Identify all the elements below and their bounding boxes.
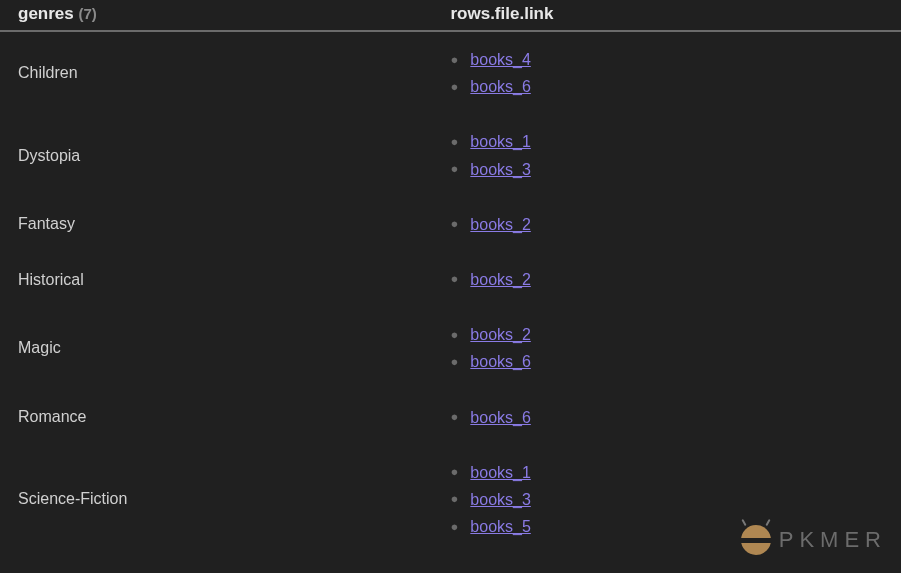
- table-row: Children●books_4●books_6: [0, 31, 901, 114]
- list-item: ●books_2: [450, 211, 883, 238]
- bullet-icon: ●: [450, 351, 458, 373]
- link-list: ●books_2: [450, 211, 883, 238]
- table-row: Dystopia●books_1●books_3: [0, 114, 901, 196]
- links-cell: ●books_2: [432, 252, 901, 307]
- list-item: ●books_4: [450, 46, 883, 73]
- file-link[interactable]: books_6: [470, 348, 531, 375]
- bullet-icon: ●: [450, 76, 458, 98]
- list-item: ●books_2: [450, 266, 883, 293]
- file-link[interactable]: books_3: [470, 486, 531, 513]
- bullet-icon: ●: [450, 131, 458, 153]
- genre-cell: Historical: [0, 252, 432, 307]
- pkmer-logo-icon: [741, 525, 771, 555]
- link-list: ●books_4●books_6: [450, 46, 883, 100]
- genre-cell: Dystopia: [0, 114, 432, 196]
- table-row: Historical●books_2: [0, 252, 901, 307]
- file-link[interactable]: books_1: [470, 459, 531, 486]
- file-link[interactable]: books_5: [470, 513, 531, 540]
- column-header-links: rows.file.link: [432, 0, 901, 31]
- watermark: PKMER: [741, 525, 887, 555]
- genres-table: genres (7) rows.file.link Children●books…: [0, 0, 901, 554]
- file-link[interactable]: books_2: [470, 266, 531, 293]
- bullet-icon: ●: [450, 461, 458, 483]
- file-link[interactable]: books_6: [470, 404, 531, 431]
- table-row: Romance●books_6: [0, 390, 901, 445]
- file-link[interactable]: books_4: [470, 46, 531, 73]
- file-link[interactable]: books_1: [470, 128, 531, 155]
- list-item: ●books_2: [450, 321, 883, 348]
- links-cell: ●books_6: [432, 390, 901, 445]
- list-item: ●books_1: [450, 459, 883, 486]
- bullet-icon: ●: [450, 158, 458, 180]
- list-item: ●books_6: [450, 73, 883, 100]
- links-cell: ●books_1●books_3: [432, 114, 901, 196]
- bullet-icon: ●: [450, 406, 458, 428]
- file-link[interactable]: books_2: [470, 211, 531, 238]
- file-link[interactable]: books_2: [470, 321, 531, 348]
- links-cell: ●books_2: [432, 197, 901, 252]
- link-list: ●books_2●books_6: [450, 321, 883, 375]
- links-cell: ●books_2●books_6: [432, 307, 901, 389]
- genre-cell: Science-Fiction: [0, 445, 432, 555]
- genre-cell: Romance: [0, 390, 432, 445]
- table-row: Magic●books_2●books_6: [0, 307, 901, 389]
- link-list: ●books_6: [450, 404, 883, 431]
- file-link[interactable]: books_6: [470, 73, 531, 100]
- bullet-icon: ●: [450, 268, 458, 290]
- link-list: ●books_1●books_3: [450, 128, 883, 182]
- bullet-icon: ●: [450, 213, 458, 235]
- list-item: ●books_6: [450, 348, 883, 375]
- column-header-genres: genres (7): [0, 0, 432, 31]
- genre-cell: Magic: [0, 307, 432, 389]
- bullet-icon: ●: [450, 49, 458, 71]
- genre-cell: Fantasy: [0, 197, 432, 252]
- list-item: ●books_3: [450, 156, 883, 183]
- header-genres-label: genres: [18, 4, 74, 23]
- links-cell: ●books_4●books_6: [432, 31, 901, 114]
- bullet-icon: ●: [450, 488, 458, 510]
- genre-cell: Children: [0, 31, 432, 114]
- bullet-icon: ●: [450, 516, 458, 538]
- watermark-text: PKMER: [779, 527, 887, 553]
- table-row: Fantasy●books_2: [0, 197, 901, 252]
- table-header-row: genres (7) rows.file.link: [0, 0, 901, 31]
- bullet-icon: ●: [450, 324, 458, 346]
- list-item: ●books_1: [450, 128, 883, 155]
- header-genres-count: (7): [78, 5, 96, 22]
- link-list: ●books_2: [450, 266, 883, 293]
- list-item: ●books_3: [450, 486, 883, 513]
- file-link[interactable]: books_3: [470, 156, 531, 183]
- list-item: ●books_6: [450, 404, 883, 431]
